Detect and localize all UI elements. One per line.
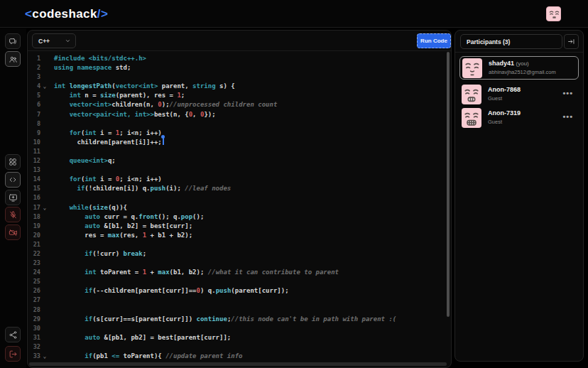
- code-line[interactable]: 23: [28, 259, 447, 268]
- code-line[interactable]: 2using namespace std;: [28, 63, 447, 72]
- run-code-button[interactable]: Run Code: [417, 33, 451, 48]
- code-line[interactable]: 17⌄ while(size(q)){: [28, 203, 447, 212]
- code-line[interactable]: 19 auto &[b1, b2] = best[curr];: [28, 222, 447, 231]
- line-number: 17: [28, 203, 40, 212]
- line-number: 4: [28, 82, 40, 91]
- app-logo: <codeshack/>: [25, 0, 108, 28]
- code-text: using namespace std;: [54, 63, 131, 72]
- participant-name: Anon-7868: [488, 86, 521, 93]
- camera-off-icon: [9, 228, 18, 237]
- vertical-scrollbar-thumb[interactable]: [447, 52, 450, 317]
- participants-button[interactable]: [5, 51, 21, 67]
- code-line[interactable]: 3: [28, 72, 447, 82]
- line-number: 10: [28, 138, 40, 147]
- code-line[interactable]: 24 int toParent = 1 + max(b1, b2); //wha…: [28, 268, 447, 277]
- participant-name: Anon-7319: [488, 109, 521, 117]
- code-line[interactable]: 21: [28, 240, 447, 249]
- line-number: 25: [28, 277, 40, 286]
- participant-subtitle: Guest: [488, 119, 521, 125]
- code-line[interactable]: 25: [28, 277, 447, 286]
- code-line[interactable]: 7 vector<pair<int, int>>best(n, {0, 0});: [28, 110, 447, 119]
- code-line[interactable]: 31 auto &[pb1, pb2] = best[parent[curr]]…: [28, 333, 447, 342]
- code-line[interactable]: 22 if(!curr) break;: [28, 249, 447, 259]
- code-text: vector<pair<int, int>>best(n, {0, 0});: [54, 110, 216, 119]
- line-number: 16: [28, 193, 40, 202]
- fold-chevron-icon[interactable]: ⌄: [40, 82, 49, 91]
- mic-off-icon: [9, 210, 18, 220]
- avatar-face-icon: [547, 7, 562, 22]
- code-text: int n = size(parent), res = 1;: [54, 91, 185, 100]
- remote-cursor: [163, 138, 164, 145]
- line-number: 18: [28, 212, 40, 222]
- participant-row[interactable]: Anon-7319 Guest •••: [459, 107, 579, 130]
- code-text: res = max(res, 1 + b1 + b2);: [54, 231, 192, 240]
- line-number: 11: [28, 147, 40, 156]
- code-editor[interactable]: 1#include <bits/stdc++.h>2using namespac…: [28, 52, 447, 364]
- code-icon: [9, 175, 17, 184]
- code-line[interactable]: 13: [28, 166, 447, 175]
- code-line[interactable]: 1#include <bits/stdc++.h>: [28, 54, 447, 63]
- left-toolbar: [0, 28, 26, 368]
- code-line[interactable]: 26 if(--children[parent[curr]]==0) q.pus…: [28, 286, 447, 296]
- camera-off-button[interactable]: [5, 224, 21, 240]
- code-line[interactable]: 32: [28, 342, 447, 352]
- horizontal-scrollbar[interactable]: [29, 362, 447, 366]
- participant-avatar: [462, 108, 481, 128]
- code-line[interactable]: 15 if(!children[i]) q.push(i); //leaf no…: [28, 184, 447, 193]
- language-select[interactable]: C++: [32, 33, 76, 48]
- code-line[interactable]: 9 for(int i = 1; i<n; i++): [28, 129, 447, 138]
- code-text: int toParent = 1 + max(b1, b2); //what i…: [54, 268, 339, 277]
- code-line[interactable]: 29 if(s[curr]==s[parent[curr]]) continue…: [28, 315, 447, 324]
- collapse-arrow-icon: [567, 38, 575, 45]
- code-line[interactable]: 33⌄ if(pb1 <= toParent){ //update parent…: [28, 352, 447, 361]
- code-text: children[parent[i]]++;: [54, 138, 164, 147]
- code-line[interactable]: 30: [28, 324, 447, 333]
- user-avatar[interactable]: [546, 6, 561, 21]
- code-line[interactable]: 27: [28, 296, 447, 305]
- participant-menu-button[interactable]: •••: [562, 112, 573, 121]
- grid-icon: [9, 158, 17, 166]
- line-number: 7: [28, 110, 40, 119]
- code-view-button[interactable]: [5, 172, 21, 188]
- participant-subtitle: abhinavjha2512@gmail.com: [489, 69, 556, 75]
- code-line[interactable]: 18 auto curr = q.front(); q.pop();: [28, 212, 447, 222]
- code-line[interactable]: 8: [28, 119, 447, 129]
- line-number: 26: [28, 286, 40, 296]
- participant-name: shady41: [489, 60, 514, 67]
- line-number: 2: [28, 63, 40, 72]
- share-session-button[interactable]: [5, 327, 21, 342]
- apps-grid-button[interactable]: [5, 154, 21, 170]
- line-number: 27: [28, 296, 40, 305]
- code-line[interactable]: 5 int n = size(parent), res = 1;: [28, 91, 447, 100]
- leave-room-button[interactable]: [5, 346, 21, 362]
- collapse-panel-button[interactable]: [564, 34, 579, 49]
- participant-row[interactable]: shady41 (you) abhinavjha2512@gmail.com: [459, 56, 579, 80]
- code-line[interactable]: 14 for(int i = 0; i<n; i++): [28, 175, 447, 184]
- code-text: auto curr = q.front(); q.pop();: [54, 212, 204, 222]
- fold-chevron-icon[interactable]: ⌄: [40, 203, 49, 212]
- code-line[interactable]: 10 children[parent[i]]++;: [28, 138, 447, 147]
- code-line[interactable]: 4⌄int longestPath(vector<int> parent, st…: [28, 82, 447, 91]
- code-line[interactable]: 11: [28, 147, 447, 156]
- code-text: if(!children[i]) q.push(i); //leaf nodes: [54, 184, 231, 193]
- code-line[interactable]: 12 queue<int>q;: [28, 156, 447, 166]
- chat-button[interactable]: [5, 33, 21, 49]
- participant-menu-button[interactable]: •••: [562, 89, 573, 97]
- fold-chevron-icon[interactable]: ⌄: [40, 352, 49, 361]
- code-line[interactable]: 6 vector<int>children(n, 0);//unprocesse…: [28, 100, 447, 109]
- line-number: 5: [28, 91, 40, 100]
- code-line[interactable]: 20 res = max(res, 1 + b1 + b2);: [28, 231, 447, 240]
- code-line[interactable]: 16: [28, 193, 447, 202]
- code-text: if(!curr) break;: [54, 249, 146, 259]
- code-line[interactable]: 28: [28, 305, 447, 315]
- chat-icon: [9, 37, 18, 46]
- participant-row[interactable]: Anon-7868 Guest •••: [459, 83, 579, 107]
- mic-mute-button[interactable]: [5, 207, 21, 222]
- screen-share-button[interactable]: [5, 190, 21, 205]
- line-number: 20: [28, 231, 40, 240]
- chevron-down-icon: [65, 38, 71, 44]
- participants-header: Participants (3): [455, 31, 583, 53]
- editor-panel: C++ Run Code 1#include <bits/stdc++.h>2u…: [27, 30, 452, 368]
- participants-title: Participants (3): [460, 34, 562, 49]
- vertical-scrollbar[interactable]: [447, 52, 450, 364]
